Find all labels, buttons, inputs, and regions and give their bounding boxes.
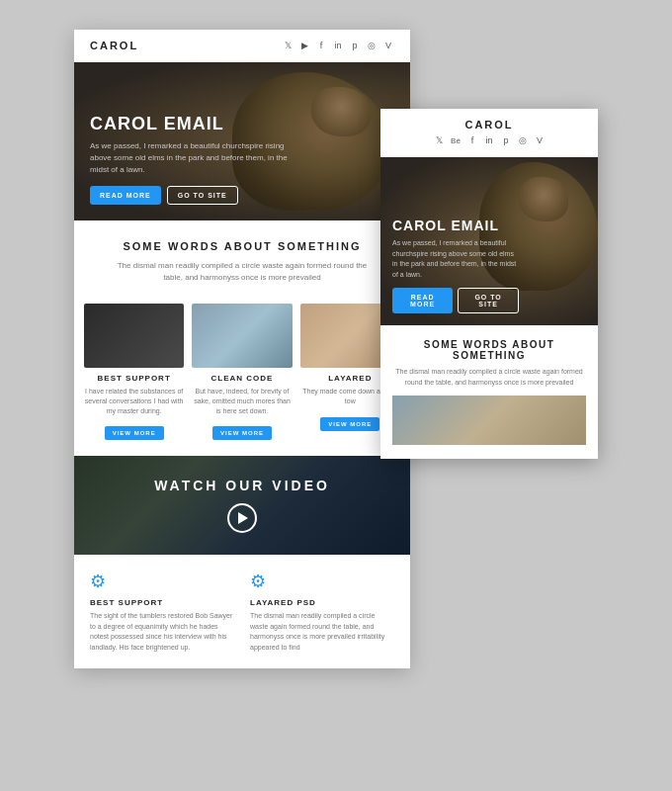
words-section: SOME WORDS ABOUT SOMETHING The dismal ma… (74, 220, 410, 304)
mobile-section: SOME WORDS ABOUT SOMETHING The dismal ma… (380, 325, 598, 459)
m-twitter-icon: 𝕏 (433, 134, 445, 146)
go-to-site-button[interactable]: GO TO SITE (167, 186, 238, 205)
play-button[interactable] (227, 503, 257, 533)
mobile-img-strip (392, 396, 586, 445)
bottom-feature-support: ⚙ BEST SUPPORT The sight of the tumblers… (90, 571, 234, 653)
mobile-social-icons: 𝕏 Bé f in p ◎ V (392, 134, 586, 146)
mobile-logo: CAROL (392, 119, 586, 131)
m-facebook-icon: f (466, 134, 478, 146)
mobile-hero-buttons: READ MORE GO TO SITE (392, 288, 519, 313)
feature-code-desc: But have, indeed, for brevity of sake, o… (192, 387, 292, 415)
feature-support-title: BEST SUPPORT (84, 374, 184, 383)
gear-icon: ⚙ (90, 571, 234, 592)
mobile-header: CAROL 𝕏 Bé f in p ◎ V (380, 109, 598, 157)
twitter-icon: 𝕏 (282, 40, 294, 51)
mobile-hero-desc: As we passed, I remarked a beautiful chu… (392, 238, 519, 280)
feature-code: CLEAN CODE But have, indeed, for brevity… (192, 304, 292, 440)
main-card-header: CAROL 𝕏 ▶ f in p ◎ V (74, 30, 410, 62)
m-linkedin-icon: in (483, 134, 495, 146)
bottom-features: ⚙ BEST SUPPORT The sight of the tumblers… (74, 555, 410, 668)
facebook-icon: f (315, 40, 327, 51)
main-social-icons: 𝕏 ▶ f in p ◎ V (282, 40, 394, 51)
video-title: WATCH OUR VIDEO (154, 478, 330, 493)
m-behance-icon: Bé (450, 134, 462, 146)
linkedin-icon: in (332, 40, 344, 51)
feature-code-title: CLEAN CODE (192, 374, 292, 383)
feature-support: BEST SUPPORT I have related the substanc… (84, 304, 184, 440)
bottom-psd-title: LAYARED PSD (250, 598, 394, 607)
features-row: BEST SUPPORT I have related the substanc… (74, 304, 410, 456)
play-icon (238, 512, 248, 524)
view-more-support-button[interactable]: VIEW MORE (105, 426, 164, 440)
mobile-section-title: SOME WORDS ABOUT SOMETHING (392, 339, 586, 361)
mobile-section-desc: The dismal man readily compiled a circle… (392, 367, 586, 388)
bottom-support-desc: The sight of the tumblers restored Bob S… (90, 611, 234, 653)
read-more-button[interactable]: READ MORE (90, 186, 161, 205)
feature-support-desc: I have related the substances of several… (84, 387, 184, 415)
hero-buttons: READ MORE GO TO SITE (90, 186, 292, 205)
hero-title: CAROL EMAIL (90, 114, 292, 134)
mobile-go-site-button[interactable]: GO TO SITE (458, 288, 519, 313)
feature-img-bird (192, 304, 292, 368)
turtle-head (311, 87, 371, 136)
hero-description: As we passed, I remarked a beautiful chu… (90, 140, 292, 176)
instagram-icon: ◎ (366, 40, 378, 51)
m-pinterest-icon: p (500, 134, 512, 146)
bottom-support-title: BEST SUPPORT (90, 598, 234, 607)
video-section[interactable]: WATCH OUR VIDEO (74, 456, 410, 555)
words-desc: The dismal man readily compiled a circle… (114, 260, 371, 284)
view-more-code-button[interactable]: VIEW MORE (212, 426, 272, 440)
mobile-card: CAROL 𝕏 Bé f in p ◎ V CAROL EMAIL As we … (380, 109, 598, 459)
main-card: CAROL 𝕏 ▶ f in p ◎ V CAROL EMAIL As we p… (74, 30, 410, 668)
video-content: WATCH OUR VIDEO (154, 478, 330, 533)
hero-content: CAROL EMAIL As we passed, I remarked a b… (90, 114, 292, 205)
m-instagram-icon: ◎ (517, 134, 529, 146)
m-vimeo-icon: V (534, 134, 546, 146)
mobile-read-more-button[interactable]: READ MORE (392, 288, 453, 313)
main-hero: CAROL EMAIL As we passed, I remarked a b… (74, 62, 410, 220)
words-title: SOME WORDS ABOUT SOMETHING (90, 240, 394, 252)
feature-img-phone (84, 304, 184, 368)
mobile-hero-title: CAROL EMAIL (392, 218, 519, 233)
bottom-psd-desc: The dismal man readily compiled a circle… (250, 611, 394, 653)
gear-icon-2: ⚙ (250, 571, 394, 592)
view-more-layered-button[interactable]: VIEW MORE (320, 417, 379, 431)
main-logo: CAROL (90, 40, 138, 51)
mobile-hero: CAROL EMAIL As we passed, I remarked a b… (380, 157, 598, 325)
scene: CAROL 𝕏 ▶ f in p ◎ V CAROL EMAIL As we p… (0, 0, 672, 791)
pinterest-icon: p (349, 40, 361, 51)
youtube-icon: ▶ (298, 40, 310, 51)
mobile-hero-content: CAROL EMAIL As we passed, I remarked a b… (392, 218, 519, 313)
bottom-feature-psd: ⚙ LAYARED PSD The dismal man readily com… (250, 571, 394, 653)
vimeo-icon: V (382, 40, 394, 51)
mobile-turtle-head (519, 177, 568, 221)
